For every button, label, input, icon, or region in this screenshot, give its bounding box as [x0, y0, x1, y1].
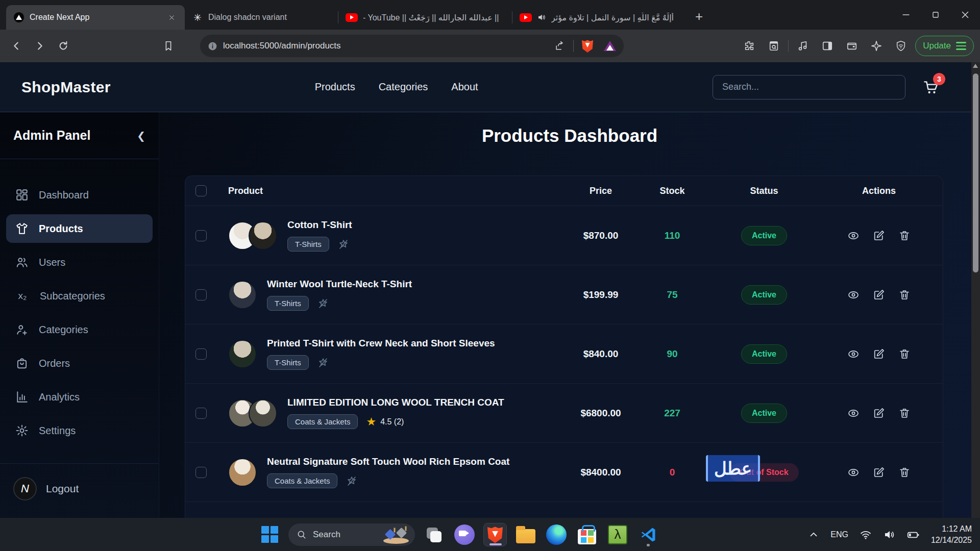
tray-chevron-icon[interactable]: [808, 529, 819, 540]
wifi-icon[interactable]: [860, 529, 872, 541]
sidebar-item-analytics[interactable]: Analytics: [6, 383, 153, 411]
edit-icon[interactable]: [873, 407, 885, 419]
collapse-sidebar-icon[interactable]: ❮: [137, 130, 145, 142]
brave-browser-icon[interactable]: [483, 523, 507, 546]
page-title: Products Dashboard: [159, 126, 980, 146]
category-chip: T-Shirts: [267, 296, 309, 311]
edge-browser-icon[interactable]: [545, 523, 568, 546]
wallet-icon[interactable]: [842, 36, 862, 56]
vpn-icon[interactable]: [891, 36, 911, 56]
taskbar-search[interactable]: Search: [288, 523, 415, 546]
start-button[interactable]: [258, 523, 281, 546]
edit-icon[interactable]: [873, 230, 885, 242]
minimize-button[interactable]: [891, 0, 921, 30]
sidebar-item-settings[interactable]: Settings: [6, 416, 153, 445]
reload-button[interactable]: [53, 36, 74, 56]
row-checkbox[interactable]: [195, 230, 207, 241]
product-price: $870.00: [560, 230, 642, 241]
logout-button[interactable]: Logout: [46, 483, 79, 495]
page-scrollbar[interactable]: [971, 62, 980, 518]
chat-app-icon[interactable]: [453, 523, 476, 546]
subscript-icon: x₂: [15, 290, 30, 302]
scrollbar-up-arrow[interactable]: [973, 64, 978, 68]
delete-icon[interactable]: [898, 466, 911, 479]
row-checkbox[interactable]: [195, 289, 207, 300]
sidebar-item-subcategories[interactable]: x₂ Subcategories: [6, 282, 153, 310]
url-text[interactable]: localhost:5000/admin/products: [223, 41, 546, 51]
media-icon[interactable]: [793, 36, 813, 56]
scrollbar-thumb[interactable]: [973, 73, 978, 272]
tab-title: - YouTube || عبدالله الجارالله || رَجَعْ…: [363, 13, 505, 22]
view-icon[interactable]: [847, 348, 860, 360]
sidebar-item-label: Dashboard: [39, 189, 89, 201]
clock[interactable]: 1:12 AM 12/14/2025: [931, 523, 972, 545]
share-icon[interactable]: [551, 37, 568, 55]
vscode-icon[interactable]: [636, 523, 660, 546]
tab-audio-icon[interactable]: [537, 13, 546, 22]
lambda-app-icon[interactable]: λ: [606, 523, 629, 546]
sidebar-item-orders[interactable]: Orders: [6, 349, 153, 378]
view-icon[interactable]: [847, 230, 860, 242]
sidebar-toggle-icon[interactable]: [817, 36, 838, 56]
back-button[interactable]: [6, 36, 27, 56]
feature-star-off-icon[interactable]: [346, 475, 358, 487]
search-tabs-icon[interactable]: [764, 36, 784, 56]
nav-about[interactable]: About: [451, 81, 478, 93]
tab-youtube-1[interactable]: - YouTube || عبدالله الجارالله || رَجَعْ…: [338, 5, 512, 30]
new-tab-button[interactable]: +: [695, 9, 703, 24]
language-indicator[interactable]: ENG: [830, 530, 848, 539]
view-icon[interactable]: [847, 289, 860, 301]
feature-star-off-icon[interactable]: [317, 297, 329, 310]
leo-ai-icon[interactable]: [866, 36, 887, 56]
text-selection-overlay: عطل: [706, 455, 760, 482]
tab-close-icon[interactable]: [166, 13, 178, 22]
brave-shield-icon[interactable]: [579, 37, 596, 55]
delete-icon[interactable]: [898, 230, 911, 242]
edit-icon[interactable]: [873, 348, 885, 360]
task-view-icon[interactable]: [422, 523, 446, 546]
address-bar[interactable]: localhost:5000/admin/products: [200, 35, 624, 57]
brave-rewards-icon[interactable]: [601, 37, 619, 55]
product-stock: 0: [642, 467, 703, 478]
delete-icon[interactable]: [898, 348, 911, 360]
sidebar-item-categories[interactable]: Categories: [6, 315, 153, 344]
site-logo[interactable]: ShopMaster: [21, 79, 111, 96]
sidebar-item-dashboard[interactable]: Dashboard: [6, 181, 153, 209]
cart-button[interactable]: 3: [923, 79, 939, 95]
file-explorer-icon[interactable]: [514, 523, 537, 546]
view-icon[interactable]: [847, 466, 860, 479]
update-button[interactable]: Update: [915, 36, 974, 56]
feature-star-off-icon[interactable]: [317, 357, 329, 369]
battery-icon[interactable]: [906, 528, 920, 541]
row-checkbox[interactable]: [195, 348, 207, 360]
select-all-checkbox[interactable]: [195, 185, 207, 196]
nav-products[interactable]: Products: [315, 81, 355, 93]
tab-title: أَإِلَٰهٌ مَّعَ اللَّهِ | سورة النمل | ت…: [551, 13, 679, 22]
header-search-input[interactable]: [713, 75, 905, 99]
feature-star-off-icon[interactable]: [337, 238, 350, 251]
tab-dialog-shadcn[interactable]: ✳ Dialog shadcn variant: [185, 5, 338, 30]
nav-categories[interactable]: Categories: [379, 81, 428, 93]
extensions-icon[interactable]: [739, 36, 760, 56]
search-highlight-dreidels-icon[interactable]: [381, 524, 411, 545]
sidebar-item-users[interactable]: Users: [6, 248, 153, 277]
edit-icon[interactable]: [873, 466, 885, 479]
microsoft-store-icon[interactable]: [575, 523, 599, 546]
tab-create-next-app[interactable]: Create Next App: [6, 5, 185, 30]
close-button[interactable]: [950, 0, 980, 30]
bookmark-icon[interactable]: [158, 36, 179, 56]
volume-icon[interactable]: [883, 529, 895, 541]
tab-youtube-2[interactable]: أَإِلَٰهٌ مَّعَ اللَّهِ | سورة النمل | ت…: [512, 5, 686, 30]
site-info-icon[interactable]: [207, 41, 218, 52]
edit-icon[interactable]: [873, 289, 885, 301]
product-price: $6800.00: [560, 408, 642, 419]
product-name: Winter Wool Turtle-Neck T-Shirt: [267, 279, 412, 290]
maximize-button[interactable]: [921, 0, 950, 30]
sidebar-item-products[interactable]: Products: [6, 214, 153, 243]
row-checkbox[interactable]: [195, 467, 207, 478]
delete-icon[interactable]: [898, 289, 911, 301]
delete-icon[interactable]: [898, 407, 911, 419]
view-icon[interactable]: [847, 407, 860, 419]
row-checkbox[interactable]: [195, 408, 207, 419]
forward-button[interactable]: [30, 36, 50, 56]
